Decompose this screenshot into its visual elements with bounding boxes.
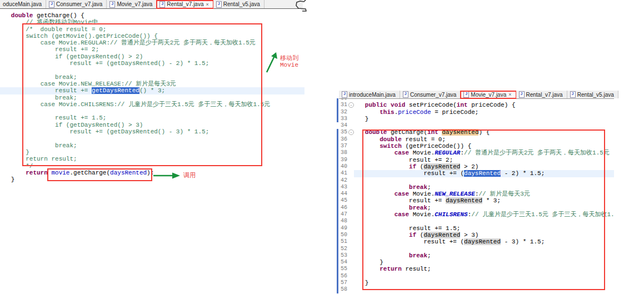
code-line-48: 48	[337, 218, 614, 225]
tab-label: oduceMain.java	[3, 1, 42, 7]
code-text: if (daysRented > 3)	[354, 232, 614, 238]
tab-label: Rental_v7.java	[167, 1, 203, 7]
close-tab-icon[interactable]: ×	[508, 92, 511, 97]
code-line: if (getDaysRented() > 2)	[0, 53, 304, 60]
code-line: result += (getDaysRented() - 2) * 1.5;	[0, 60, 304, 67]
fold-column	[347, 232, 354, 238]
gutter: 39	[337, 157, 354, 163]
gutter: 48	[337, 218, 354, 225]
code-text: /* double result = 0;	[0, 26, 304, 33]
line-number: 44	[338, 191, 347, 197]
code-text: }	[0, 149, 304, 156]
fold-column	[347, 246, 354, 252]
tab-label: Movie_v7.java	[471, 92, 506, 98]
code-text: case Movie.REGULAR:// 普通片是少于两天2元 多于两天，每天…	[354, 150, 614, 156]
code-text	[354, 122, 614, 129]
code-line-46: 46 break;	[337, 205, 614, 211]
gutter: 37	[337, 143, 354, 150]
code-text	[354, 246, 614, 252]
code-line: break;	[0, 142, 304, 149]
code-text: switch (getMovie().getPriceCode()) {	[0, 33, 304, 39]
code-text: this.priceCode = priceCode;	[354, 109, 614, 116]
code-line-37: 37 switch (getPriceCode()) {	[337, 143, 614, 150]
call-annotation-label: 调用	[183, 171, 196, 180]
close-tab-icon[interactable]: ×	[206, 2, 209, 7]
right-code-editor[interactable]: 3031 public void setPriceCode(int priceC…	[337, 98, 614, 294]
code-line: // 将函数移动到Movie中	[0, 19, 304, 26]
code-text: result += (getDaysRented() - 2) * 1.5;	[0, 60, 304, 67]
code-line: if (getDaysRented() > 3)	[0, 122, 304, 128]
gutter: 35	[337, 129, 354, 136]
code-text: return result;	[0, 156, 304, 162]
fold-column	[347, 197, 354, 204]
code-text: result += getDaysRented() * 3;	[0, 87, 304, 94]
fold-column	[347, 205, 354, 211]
tab-movie_v7-java[interactable]: JMovie_v7.java×	[461, 91, 516, 98]
code-text: if (getDaysRented() > 2)	[0, 53, 304, 60]
code-text	[0, 135, 304, 142]
tab-rental_v5-java[interactable]: JRental_v5.java	[567, 91, 618, 98]
fold-column	[347, 136, 354, 143]
code-line-31: 31 public void setPriceCode(int priceCod…	[337, 102, 614, 108]
code-text: case Movie.REGULAR:// 普通片是少于两天2元 多于两天，每天…	[0, 39, 304, 46]
left-code-editor[interactable]: double getCharge() { // 将函数移动到Movie中 /* …	[0, 12, 304, 183]
line-number: 58	[338, 286, 347, 293]
code-line: result += getDaysRented() * 3;	[0, 87, 304, 94]
line-number: 34	[338, 122, 347, 129]
tab-rental_v7-java[interactable]: JRental_v7.java	[516, 91, 567, 98]
code-text: }	[354, 280, 614, 286]
fold-column	[347, 259, 354, 266]
code-line: }	[0, 149, 304, 156]
tab-introducemain-java[interactable]: JintroduceMain.java	[339, 91, 400, 98]
tab-consumer_v7-java[interactable]: JConsumer_v7.java	[46, 0, 107, 8]
code-text: double result = 0;	[354, 136, 614, 143]
line-number: 35	[338, 129, 347, 136]
code-line-32: 32 this.priceCode = priceCode;	[337, 109, 614, 116]
tab-movie_v7-java[interactable]: JMovie_v7.java	[107, 0, 157, 8]
code-text: result += (daysRented - 2) * 1.5;	[354, 170, 614, 177]
fold-collapse-icon[interactable]	[347, 129, 354, 136]
line-number: 51	[338, 238, 347, 245]
fold-column	[347, 266, 354, 272]
code-line	[0, 67, 304, 73]
code-line: result += (getDaysRented() - 3) * 1.5;	[0, 128, 304, 135]
line-number: 56	[338, 273, 347, 280]
fold-column	[347, 184, 354, 191]
line-number: 46	[338, 205, 347, 211]
fold-collapse-icon[interactable]	[347, 102, 354, 108]
code-text: result += (daysRented - 3) * 1.5;	[354, 238, 614, 245]
tab-rental_v7-java[interactable]: JRental_v7.java×	[157, 0, 213, 8]
fold-column	[347, 109, 354, 116]
tab-consumer_v7-java[interactable]: JConsumer_v7.java	[400, 91, 461, 98]
code-text: break;	[0, 74, 304, 81]
tab-oducemain-java[interactable]: oduceMain.java	[0, 0, 46, 8]
code-line: }	[0, 176, 304, 183]
tab-rental_v5-java[interactable]: JRental_v5.java	[213, 0, 264, 8]
right-editor-tabbar: JintroduceMain.javaJConsumer_v7.javaJMov…	[339, 91, 614, 99]
gutter: 42	[337, 177, 354, 184]
code-line-36: 36 double result = 0;	[337, 136, 614, 143]
gutter: 36	[337, 136, 354, 143]
tab-label: Movie_v7.java	[117, 1, 152, 7]
gutter: 51	[337, 238, 354, 245]
gutter: 47	[337, 211, 354, 218]
gutter: 54	[337, 259, 354, 266]
code-text: break;	[0, 142, 304, 149]
gutter: 33	[337, 116, 354, 122]
fold-column	[347, 122, 354, 129]
code-text: }	[354, 116, 614, 122]
gutter: 53	[337, 252, 354, 259]
code-text: break;	[0, 94, 304, 101]
code-text: case Movie.NEW_RELEASE:// 新片是每天3元	[354, 191, 614, 197]
fold-column	[347, 252, 354, 259]
code-text: return result;	[354, 266, 614, 272]
code-text: return movie.getCharge(daysRented);	[0, 170, 304, 176]
java-file-icon: J	[216, 1, 222, 8]
gutter: 31	[337, 102, 354, 108]
gutter: 52	[337, 246, 354, 252]
fold-column	[347, 191, 354, 197]
gutter: 55	[337, 266, 354, 272]
gutter: 32	[337, 109, 354, 116]
code-line-54: 54 }	[337, 259, 614, 266]
tab-label: Rental_v5.java	[577, 92, 614, 98]
